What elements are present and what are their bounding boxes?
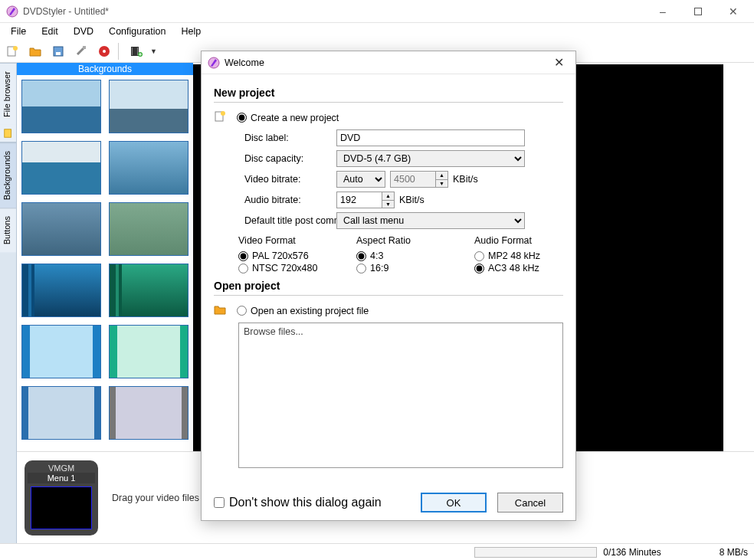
- welcome-dialog: Welcome ✕ New project Create a new proje…: [201, 51, 576, 521]
- disc-capacity-select[interactable]: DVD-5 (4.7 GB): [336, 150, 525, 167]
- app-icon: [6, 5, 18, 18]
- bg-thumb[interactable]: [21, 386, 101, 440]
- drag-hint: Drag your video files t: [112, 493, 205, 503]
- new-project-heading: New project: [214, 87, 563, 99]
- dialog-icon: [208, 57, 220, 69]
- disc-label-label: Disc label:: [214, 133, 336, 143]
- audio-ac3-radio[interactable]: AC3 48 kHz: [474, 263, 574, 273]
- video-bitrate-spinner[interactable]: ▲▼: [436, 171, 448, 188]
- dialog-close-button[interactable]: ✕: [548, 55, 569, 70]
- menu-dvd[interactable]: DVD: [66, 25, 101, 38]
- dialog-title: Welcome: [225, 57, 548, 68]
- bg-thumb[interactable]: [109, 386, 188, 440]
- close-button[interactable]: ✕: [716, 1, 751, 22]
- video-bitrate-mode-select[interactable]: Auto: [336, 171, 385, 188]
- aspect-43-radio[interactable]: 4:3: [356, 251, 456, 261]
- open-icon[interactable]: [26, 42, 44, 61]
- bg-thumb[interactable]: [21, 141, 101, 195]
- video-bitrate-label: Video bitrate:: [214, 174, 336, 185]
- status-rate: 8 MB/s: [720, 547, 748, 558]
- folder-icon: [214, 303, 226, 316]
- recent-files-list[interactable]: Browse files...: [238, 323, 563, 468]
- maximize-button[interactable]: [680, 1, 716, 22]
- audio-bitrate-label: Audio bitrate:: [214, 195, 336, 205]
- backgrounds-header: Backgrounds: [17, 63, 193, 75]
- audio-bitrate-input[interactable]: [336, 192, 382, 208]
- new-project-icon[interactable]: [3, 42, 21, 61]
- bg-thumb[interactable]: [109, 202, 188, 256]
- titlebar: DVDStyler - Untitled* – ✕: [0, 0, 754, 23]
- svg-rect-12: [4, 129, 11, 138]
- open-project-heading: Open project: [214, 280, 563, 292]
- cancel-button[interactable]: Cancel: [497, 493, 563, 513]
- aspect-169-radio[interactable]: 16:9: [356, 263, 456, 273]
- tab-buttons[interactable]: Buttons: [0, 208, 16, 252]
- side-tabs: File browser Backgrounds Buttons: [0, 63, 17, 543]
- vmgm-menu-label: Menu 1: [28, 473, 95, 483]
- dont-show-checkbox[interactable]: Don't show this dialog again: [214, 496, 410, 509]
- menu-help[interactable]: Help: [173, 25, 208, 38]
- create-project-radio[interactable]: Create a new project: [237, 113, 339, 123]
- vmgm-block[interactable]: VMGM Menu 1: [25, 460, 98, 535]
- video-format-ntsc-radio[interactable]: NTSC 720x480: [238, 263, 338, 273]
- svg-rect-5: [83, 46, 86, 49]
- video-bitrate-unit: KBit/s: [453, 174, 478, 185]
- bg-thumb[interactable]: [109, 264, 188, 317]
- vmgm-label: VMGM: [28, 463, 95, 473]
- bg-thumb[interactable]: [109, 80, 188, 133]
- video-format-heading: Video Format: [238, 235, 338, 246]
- svg-point-7: [103, 50, 106, 53]
- bg-thumb[interactable]: [21, 80, 101, 133]
- bg-thumb[interactable]: [21, 325, 101, 378]
- menu-file[interactable]: File: [3, 25, 34, 38]
- disc-capacity-label: Disc capacity:: [214, 153, 336, 164]
- svg-point-15: [221, 111, 225, 116]
- tab-file-browser[interactable]: File browser: [0, 63, 16, 125]
- post-command-label: Default title post command:: [214, 215, 336, 226]
- menubar: File Edit DVD Configuration Help: [0, 23, 754, 40]
- bg-thumb[interactable]: [109, 325, 188, 378]
- tab-favorites-icon[interactable]: [0, 125, 16, 142]
- post-command-select[interactable]: Call last menu: [336, 212, 525, 229]
- save-icon[interactable]: [49, 42, 67, 61]
- video-bitrate-input: [390, 171, 436, 188]
- video-format-pal-radio[interactable]: PAL 720x576: [238, 251, 338, 261]
- vmgm-menu-thumb[interactable]: [31, 486, 92, 529]
- bg-thumb[interactable]: [109, 141, 188, 195]
- status-minutes: 0/136 Minutes: [603, 547, 661, 558]
- disc-label-input[interactable]: [336, 129, 525, 146]
- minimize-button[interactable]: –: [645, 1, 680, 22]
- window-title: DVDStyler - Untitled*: [23, 6, 645, 17]
- ok-button[interactable]: OK: [421, 493, 487, 513]
- capacity-progress: [474, 547, 597, 558]
- settings-icon[interactable]: [72, 42, 90, 61]
- bg-thumb[interactable]: [21, 202, 101, 256]
- audio-mp2-radio[interactable]: MP2 48 kHz: [474, 251, 574, 261]
- aspect-ratio-heading: Aspect Ratio: [356, 235, 456, 246]
- add-file-dropdown[interactable]: ▼: [150, 47, 158, 55]
- menu-configuration[interactable]: Configuration: [101, 25, 173, 38]
- new-project-small-icon: [214, 110, 226, 123]
- status-bar: 0/136 Minutes 8 MB/s: [0, 543, 754, 560]
- svg-rect-4: [56, 52, 61, 55]
- add-file-icon[interactable]: [127, 42, 146, 61]
- svg-rect-10: [137, 47, 138, 55]
- tab-backgrounds[interactable]: Backgrounds: [0, 142, 16, 208]
- audio-bitrate-unit: KBit/s: [399, 195, 425, 205]
- audio-format-heading: Audio Format: [474, 235, 574, 246]
- svg-point-2: [13, 46, 18, 51]
- burn-icon[interactable]: [95, 42, 113, 61]
- open-project-radio[interactable]: Open an existing project file: [237, 306, 369, 316]
- svg-rect-9: [132, 47, 133, 55]
- bg-thumb[interactable]: [21, 264, 101, 317]
- browse-files-item[interactable]: Browse files...: [244, 326, 558, 337]
- audio-bitrate-spinner[interactable]: ▲▼: [382, 192, 395, 208]
- menu-edit[interactable]: Edit: [34, 25, 66, 38]
